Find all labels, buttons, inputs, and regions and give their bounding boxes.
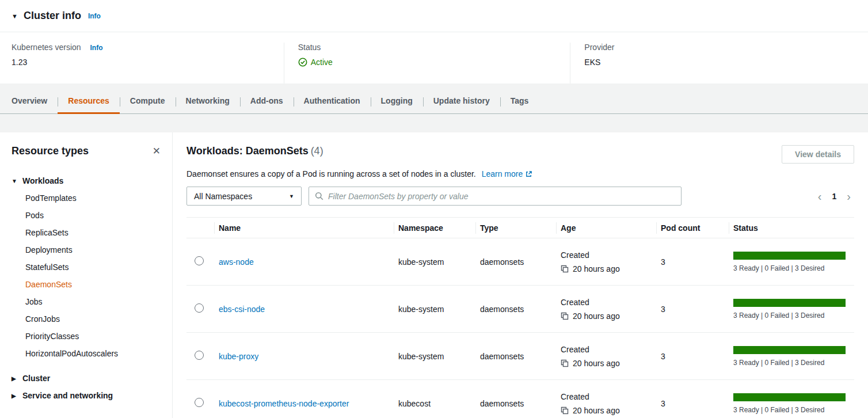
column-header-status: Status xyxy=(729,218,854,238)
external-link-icon xyxy=(525,170,532,178)
daemonsets-table: Name Namespace Type Age Pod count Status… xyxy=(186,217,854,418)
daemonset-name-link[interactable]: ebs-csi-node xyxy=(219,305,265,314)
copy-icon[interactable] xyxy=(561,359,569,367)
status-summary-text: 3 Ready | 0 Failed | 3 Desired xyxy=(733,264,850,272)
table-header-row: Name Namespace Type Age Pod count Status xyxy=(186,218,854,238)
tab-resources[interactable]: Resources xyxy=(58,96,120,113)
row-status: 3 Ready | 0 Failed | 3 Desired xyxy=(733,393,850,414)
kubernetes-version-info-link[interactable]: Info xyxy=(90,44,103,52)
tab-compute[interactable]: Compute xyxy=(120,96,176,113)
age-created-label: Created xyxy=(561,250,652,260)
daemonset-name-link[interactable]: kube-proxy xyxy=(219,352,258,361)
learn-more-text: Learn more xyxy=(482,169,523,178)
row-namespace: kube-system xyxy=(394,238,475,286)
column-header-age: Age xyxy=(556,218,656,238)
description: Daemonset ensures a copy of a Pod is run… xyxy=(186,169,854,178)
previous-page-icon[interactable]: ‹ xyxy=(818,191,822,202)
row-radio-button[interactable] xyxy=(195,351,204,360)
kubernetes-version-label: Kubernetes version xyxy=(12,43,81,52)
row-type: daemonsets xyxy=(475,238,556,286)
provider-value: EKS xyxy=(584,58,845,67)
table-row: ebs-csi-node kube-system daemonsets Crea… xyxy=(186,286,854,333)
row-age: Created 20 hours ago xyxy=(561,250,652,273)
column-header-namespace: Namespace xyxy=(394,218,475,238)
select-column-header xyxy=(186,218,214,238)
copy-icon[interactable] xyxy=(561,312,569,320)
row-age: Created 20 hours ago xyxy=(561,345,652,368)
sidebar-item-jobs[interactable]: Jobs xyxy=(25,293,161,310)
tab-add-ons[interactable]: Add-ons xyxy=(240,96,294,113)
status-progress-bar xyxy=(733,299,846,307)
search-input[interactable] xyxy=(328,192,675,201)
tree-section-service-and-networking[interactable]: ▶ Service and networking xyxy=(12,387,161,404)
content-count: (4) xyxy=(311,145,323,157)
tree-section-cluster[interactable]: ▶ Cluster xyxy=(12,370,161,387)
header-info-link[interactable]: Info xyxy=(88,12,101,20)
sidebar-item-deployments[interactable]: Deployments xyxy=(25,241,161,259)
row-status: 3 Ready | 0 Failed | 3 Desired xyxy=(733,346,850,367)
status-progress-bar xyxy=(733,346,846,354)
table-row: aws-node kube-system daemonsets Created … xyxy=(186,238,854,286)
column-header-pod-count: Pod count xyxy=(656,218,729,238)
tab-overview[interactable]: Overview xyxy=(1,96,58,113)
status-active-icon xyxy=(298,58,307,67)
tab-update-history[interactable]: Update history xyxy=(423,96,500,113)
close-icon[interactable]: ✕ xyxy=(153,146,161,156)
row-age: Created 20 hours ago xyxy=(561,392,652,415)
content-title-wrap: Workloads: DaemonSets (4) xyxy=(186,145,323,157)
sidebar-item-pods[interactable]: Pods xyxy=(25,207,161,224)
row-namespace: kubecost xyxy=(394,380,475,418)
row-age: Created 20 hours ago xyxy=(561,298,652,321)
row-namespace: kube-system xyxy=(394,333,475,380)
sidebar-item-cronjobs[interactable]: CronJobs xyxy=(25,310,161,328)
row-radio-button[interactable] xyxy=(195,398,204,407)
page-number[interactable]: 1 xyxy=(832,192,837,201)
kubernetes-version-value: 1.23 xyxy=(12,58,272,67)
namespace-filter-dropdown[interactable]: All Namespaces ▼ xyxy=(186,187,302,206)
workloads-items: PodTemplates Pods ReplicaSets Deployment… xyxy=(25,189,161,362)
search-icon xyxy=(315,192,323,200)
tab-authentication[interactable]: Authentication xyxy=(294,96,371,113)
sidebar-item-podtemplates[interactable]: PodTemplates xyxy=(25,189,161,207)
tab-tags[interactable]: Tags xyxy=(500,96,539,113)
status-progress-bar xyxy=(733,252,846,260)
learn-more-link[interactable]: Learn more xyxy=(482,169,533,178)
age-relative-value: 20 hours ago xyxy=(573,264,620,273)
chevron-right-icon: ▶ xyxy=(12,375,17,382)
sidebar-item-replicasets[interactable]: ReplicaSets xyxy=(25,224,161,241)
sidebar-item-daemonsets[interactable]: DaemonSets xyxy=(25,276,161,293)
row-radio-button[interactable] xyxy=(195,256,204,265)
row-type: daemonsets xyxy=(475,333,556,380)
tab-bar: Overview Resources Compute Networking Ad… xyxy=(0,96,868,114)
daemonset-name-link[interactable]: kubecost-prometheus-node-exporter xyxy=(219,399,349,408)
table-row: kube-proxy kube-system daemonsets Create… xyxy=(186,333,854,380)
status-value: Active xyxy=(298,58,559,67)
tab-networking[interactable]: Networking xyxy=(176,96,240,113)
row-status: 3 Ready | 0 Failed | 3 Desired xyxy=(733,252,850,272)
tab-logging[interactable]: Logging xyxy=(371,96,423,113)
row-pod-count: 3 xyxy=(656,333,729,380)
table-row: kubecost-prometheus-node-exporter kubeco… xyxy=(186,380,854,418)
age-relative-value: 20 hours ago xyxy=(573,311,620,321)
chevron-down-icon: ▼ xyxy=(289,193,294,199)
filter-row: All Namespaces ▼ ‹ 1 › xyxy=(186,187,854,206)
tree-section-workloads[interactable]: ▼ Workloads xyxy=(12,172,161,189)
kubernetes-version-field: Kubernetes version Info 1.23 xyxy=(12,43,284,83)
next-page-icon[interactable]: › xyxy=(847,191,851,202)
page-title: Cluster info xyxy=(24,10,81,22)
sidebar-item-horizontalpodautoscalers[interactable]: HorizontalPodAutoscalers xyxy=(25,345,161,362)
sidebar-item-priorityclasses[interactable]: PriorityClasses xyxy=(25,328,161,345)
description-text: Daemonset ensures a copy of a Pod is run… xyxy=(186,169,476,178)
sidebar-item-statefulsets[interactable]: StatefulSets xyxy=(25,259,161,276)
copy-icon[interactable] xyxy=(561,406,569,415)
collapse-caret-icon[interactable]: ▼ xyxy=(12,13,18,20)
provider-label: Provider xyxy=(584,43,845,52)
resource-tree: ▼ Workloads PodTemplates Pods ReplicaSet… xyxy=(12,172,161,404)
row-namespace: kube-system xyxy=(394,286,475,333)
daemonset-name-link[interactable]: aws-node xyxy=(219,257,254,267)
age-relative-value: 20 hours ago xyxy=(573,359,620,368)
daemonsets-content: Workloads: DaemonSets (4) View details D… xyxy=(173,132,868,418)
copy-icon[interactable] xyxy=(561,265,569,273)
row-radio-button[interactable] xyxy=(195,303,204,313)
view-details-button[interactable]: View details xyxy=(782,145,854,164)
